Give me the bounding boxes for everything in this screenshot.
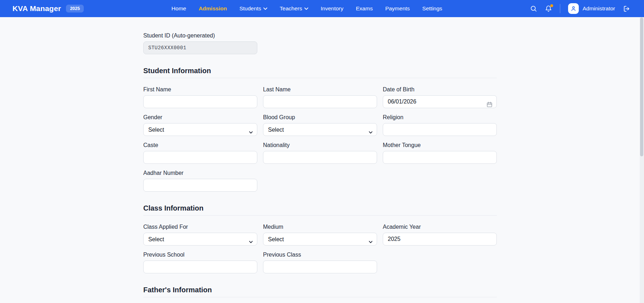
search-icon	[530, 5, 537, 12]
admission-form-page: Student ID (Auto-generated) Student Info…	[0, 17, 644, 303]
mother-tongue-input[interactable]	[383, 151, 497, 164]
last-name-input[interactable]	[263, 95, 377, 108]
mother-tongue-label: Mother Tongue	[383, 142, 497, 148]
class-applied-select[interactable]: Select	[143, 233, 257, 246]
student-id-field: Student ID (Auto-generated)	[143, 32, 257, 54]
class-applied-label: Class Applied For	[143, 223, 257, 230]
previous-class-label: Previous Class	[263, 251, 377, 258]
nationality-field: Nationality	[263, 142, 377, 164]
nav-item-payments[interactable]: Payments	[385, 5, 410, 12]
logout-icon	[623, 5, 630, 12]
section-divider	[143, 215, 497, 216]
blood-group-label: Blood Group	[263, 114, 377, 121]
mother-tongue-field: Mother Tongue	[383, 142, 497, 164]
religion-input[interactable]	[383, 123, 497, 136]
academic-year-field: Academic Year	[383, 223, 497, 246]
student-id-label: Student ID (Auto-generated)	[143, 32, 257, 39]
section-title: Father's Information	[143, 286, 497, 294]
blood-group-select[interactable]: Select	[263, 123, 377, 136]
section-divider	[143, 297, 497, 297]
gender-select[interactable]: Select	[143, 123, 257, 136]
chevron-down-icon	[304, 7, 308, 10]
religion-field: Religion	[383, 114, 497, 136]
date-of-birth-input[interactable]	[383, 95, 497, 108]
search-button[interactable]	[530, 5, 537, 12]
previous-school-input[interactable]	[143, 261, 257, 273]
gender-field: Gender Select	[143, 114, 257, 136]
user-menu[interactable]: Administrator	[568, 3, 615, 14]
previous-school-label: Previous School	[143, 251, 257, 258]
first-name-input[interactable]	[143, 95, 257, 108]
last-name-label: Last Name	[263, 86, 377, 93]
nationality-label: Nationality	[263, 142, 377, 148]
nav-item-students[interactable]: Students	[239, 5, 267, 12]
scrollbar-track[interactable]	[640, 17, 644, 303]
avatar	[568, 3, 579, 14]
nav-item-students-label: Students	[239, 5, 261, 12]
date-of-birth-label: Date of Birth	[383, 86, 497, 93]
first-name-field: First Name	[143, 86, 257, 108]
scrollbar-thumb[interactable]	[640, 17, 643, 156]
app-title: KVA Manager	[12, 4, 61, 13]
logout-button[interactable]	[623, 5, 630, 12]
nav-item-teachers-label: Teachers	[280, 5, 302, 12]
person-icon	[571, 6, 576, 11]
medium-select[interactable]: Select	[263, 233, 377, 246]
medium-field: Medium Select	[263, 223, 377, 246]
student-id-input	[143, 41, 257, 54]
notifications-button[interactable]	[545, 5, 552, 12]
main-nav: Home Admission Students Teachers Invento…	[84, 5, 530, 12]
nav-divider	[560, 4, 560, 13]
nationality-input[interactable]	[263, 151, 377, 164]
first-name-label: First Name	[143, 86, 257, 93]
nav-item-home[interactable]: Home	[171, 5, 186, 12]
last-name-field: Last Name	[263, 86, 377, 108]
section-father-information: Father's Information Father's Name Occup…	[143, 286, 497, 303]
nav-item-teachers[interactable]: Teachers	[280, 5, 308, 12]
blood-group-field: Blood Group Select	[263, 114, 377, 136]
academic-year-label: Academic Year	[383, 223, 497, 230]
date-of-birth-field: Date of Birth	[383, 86, 497, 108]
chevron-down-icon	[263, 7, 267, 10]
notification-dot	[550, 4, 553, 7]
caste-label: Caste	[143, 142, 257, 148]
nav-item-admission[interactable]: Admission	[199, 5, 227, 12]
section-class-information: Class Information Class Applied For Sele…	[143, 204, 497, 273]
section-title: Student Information	[143, 66, 497, 75]
academic-year-input[interactable]	[383, 233, 497, 246]
year-badge: 2025	[66, 5, 84, 12]
user-name: Administrator	[583, 5, 615, 12]
caste-input[interactable]	[143, 151, 257, 164]
nav-item-inventory[interactable]: Inventory	[321, 5, 344, 12]
previous-class-field: Previous Class	[263, 251, 377, 273]
previous-class-input[interactable]	[263, 261, 377, 273]
section-student-information: Student Information First Name Last Name…	[143, 66, 497, 192]
previous-school-field: Previous School	[143, 251, 257, 273]
religion-label: Religion	[383, 114, 497, 121]
section-divider	[143, 78, 497, 78]
aadhar-number-field: Aadhar Number	[143, 170, 257, 192]
nav-item-settings[interactable]: Settings	[422, 5, 442, 12]
aadhar-number-label: Aadhar Number	[143, 170, 257, 176]
class-applied-field: Class Applied For Select	[143, 223, 257, 246]
gender-label: Gender	[143, 114, 257, 121]
nav-item-exams[interactable]: Exams	[356, 5, 373, 12]
caste-field: Caste	[143, 142, 257, 164]
section-title: Class Information	[143, 204, 497, 212]
top-navbar: KVA Manager 2025 Home Admission Students…	[0, 0, 644, 17]
medium-label: Medium	[263, 223, 377, 230]
aadhar-number-input[interactable]	[143, 179, 257, 192]
